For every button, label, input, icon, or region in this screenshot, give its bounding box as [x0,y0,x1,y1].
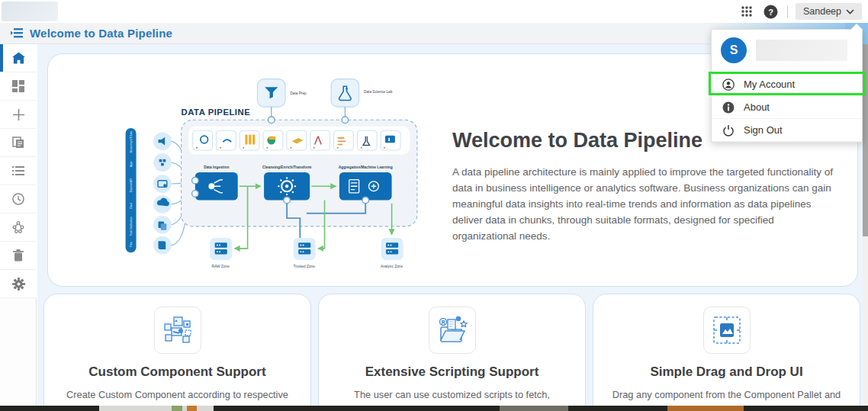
apps-grid-icon[interactable] [738,3,755,20]
sidebar-item-pipelines[interactable] [0,129,37,157]
sidebar-item-home[interactable] [0,44,37,72]
chevron-down-icon [846,9,854,14]
source-label: Apps [130,161,133,167]
feature-card-drag-drop: Simple Drag and Drop UI Drag any compone… [593,294,860,411]
topbar-divider [787,5,788,18]
menu-item-my-account[interactable]: My Account [712,73,862,96]
menu-item-label: Sign Out [744,124,783,136]
user-name-redacted [756,40,847,61]
documents-icon [12,136,24,149]
diagram-title: DATA PIPELINE [182,108,251,117]
trash-icon [13,249,24,262]
sidebar-item-history[interactable] [0,185,37,214]
menu-item-label: About [744,101,770,113]
data-science-lab-node: Data Science Lab [331,79,393,124]
sidebar-item-add[interactable] [0,101,37,129]
user-dropdown-menu: S My Account About Sign Out [711,29,863,143]
stage-label: Data Ingestion [204,165,229,169]
source-label: External API [130,178,133,192]
stage-nodes [192,172,392,204]
feature-title: Simple Drag and Drop UI [593,364,860,380]
data-prep-node: Data Prep [257,79,307,124]
scrollbar-thumb[interactable] [863,44,868,236]
plus-icon [13,109,24,120]
source-label: Push Notification [130,217,133,236]
taskbar-segment [172,406,182,411]
component-strip [188,127,410,155]
profile-row: S [712,30,862,73]
user-menu-button[interactable]: Sandeep [796,3,862,20]
help-glyph: ? [769,7,774,16]
data-pipeline-diagram: Streaming IoT Data Apps External API Clo… [103,72,423,272]
source-icons [153,132,172,254]
drag-drop-icon [703,307,751,354]
home-icon [12,52,25,64]
list-icon [12,166,24,175]
page-title: Welcome to Data Pipeline [30,27,172,40]
custom-component-icon [154,307,201,354]
source-label: Streaming IoT Data [130,131,133,153]
zone-label: Trusted Zone [293,265,315,268]
sidebar-item-settings[interactable] [0,270,37,298]
source-label: Files [130,242,133,247]
hero-description: A data pipeline architecture is mainly a… [452,165,834,245]
scripting-icon: R [429,307,476,354]
zones: RAW Zone Trusted Zone Analytic Zone [210,238,403,268]
stage-label: Cleansing/Enrich/Transform [262,165,311,169]
sidebar-item-list[interactable] [0,157,37,185]
menu-item-sign-out[interactable]: Sign Out [712,119,862,142]
app-logo [2,2,58,21]
top-bar: ? Sandeep [0,0,868,23]
sidebar [0,44,37,406]
gear-icon [12,278,25,291]
feature-card-scripting: R Extensive Scripting Support The user c… [318,294,586,411]
avatar: S [721,37,747,63]
help-icon[interactable]: ? [763,3,780,20]
zone-label: RAW Zone [211,265,230,268]
person-icon [722,79,735,91]
taskbar-segment [667,406,744,411]
feature-title: Extensive Scripting Support [319,364,585,380]
sidebar-item-dashboard[interactable] [0,72,37,101]
menu-item-label: My Account [744,79,795,90]
source-label: Cloud [130,203,133,210]
taskbar-sliver [0,406,868,411]
clock-icon [12,193,24,205]
scrollbar-track[interactable] [863,44,868,406]
feature-title: Custom Component Support [44,364,310,380]
taskbar-segment [187,406,197,411]
sidebar-item-trash[interactable] [0,242,37,270]
app-window: ? Sandeep Welcome to Data Pipeline [0,0,868,411]
svg-text:Data Prep: Data Prep [290,92,307,95]
power-icon [722,124,735,136]
dashboard-icon [12,80,24,92]
dropdown-notch [850,24,863,30]
info-icon [722,101,735,114]
svg-text:Data Science Lab: Data Science Lab [364,90,393,94]
sidebar-item-workflow[interactable] [0,214,37,242]
feature-card-custom-component: Custom Component Support Create Custom C… [43,294,311,411]
zone-label: Analytic Zone [381,265,403,268]
user-name: Sandeep [803,6,841,17]
workflow-icon [12,221,24,233]
menu-item-about[interactable]: About [712,96,862,119]
stage-label: Aggregation/Machine Learning [339,165,393,169]
pipeline-icon [11,27,24,39]
taskbar-segment [500,406,568,411]
svg-text:R: R [441,319,445,325]
